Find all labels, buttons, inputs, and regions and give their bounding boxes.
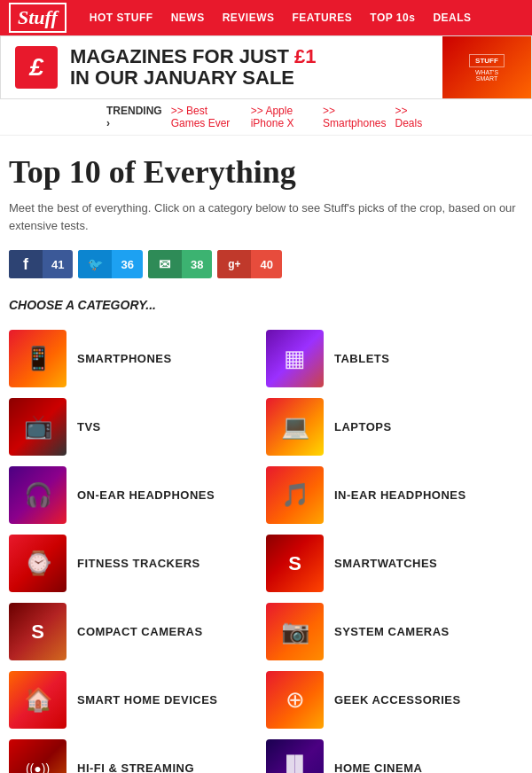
smartwatches-icon: S [288,552,301,575]
category-item-compact[interactable]: S COMPACT CAMERAS [9,597,266,666]
category-grid: 📱 SMARTPHONES ▦ TABLETS 📺 TVS 💻 LAPTOPS [9,324,523,773]
logo[interactable]: Stuff [9,3,66,33]
googleplus-count: 40 [251,250,281,278]
category-thumb-inear: 🎵 [266,466,324,524]
category-item-inear[interactable]: 🎵 IN-EAR HEADPHONES [266,461,523,529]
category-label-smartphones: SMARTPHONES [77,352,172,365]
category-thumb-laptops: 💻 [266,398,324,456]
category-thumb-smartphones: 📱 [9,330,66,387]
trending-link-deals[interactable]: >> Deals [395,105,426,129]
twitter-share-button[interactable]: 🐦 36 [78,250,142,278]
nav-hotstuff[interactable]: HOT STUFF [81,12,162,24]
category-item-hifi[interactable]: ((●)) HI-FI & STREAMING [9,734,266,773]
category-label-tvs: TVS [77,420,101,433]
category-item-laptops[interactable]: 💻 LAPTOPS [266,393,523,461]
category-thumb-smartwatches: S [266,535,324,592]
navigation: Stuff HOT STUFF NEWS REVIEWS FEATURES TO… [0,0,532,35]
homecinema-icon: ▐▌ [278,754,311,773]
nav-top10s[interactable]: TOP 10s [361,12,424,24]
category-item-smarthome[interactable]: 🏠 SMART HOME DEVICES [9,666,266,734]
category-label-smarthome: SMART HOME DEVICES [77,693,218,707]
page-title: Top 10 of Everything [9,153,523,191]
category-thumb-fitness: ⌚ [9,535,66,592]
nav-features[interactable]: FEATURES [284,12,362,24]
category-item-fitness[interactable]: ⌚ FITNESS TRACKERS [9,529,266,597]
category-item-onear[interactable]: 🎧 ON-EAR HEADPHONES [9,461,266,529]
category-thumb-smarthome: 🏠 [9,671,66,729]
category-label-laptops: LAPTOPS [334,420,392,433]
trending-link-iphone[interactable]: >> Apple iPhone X [251,105,314,129]
inear-icon: 🎵 [281,481,309,509]
banner-left: £ MAGAZINES FOR JUST £1IN OUR JANUARY SA… [1,39,442,96]
banner-image: STUFF WHAT'SSMART [442,35,531,99]
category-item-tablets[interactable]: ▦ TABLETS [266,324,523,393]
facebook-share-button[interactable]: f 41 [9,250,73,278]
category-label-homecinema: HOME CINEMA [334,761,422,773]
email-count: 38 [182,250,212,278]
nav-deals[interactable]: DEALS [424,12,480,24]
facebook-count: 41 [43,250,73,278]
category-thumb-system: 📷 [266,603,324,660]
category-thumb-onear: 🎧 [9,466,66,524]
tvs-icon: 📺 [24,413,52,441]
trending-link-smartphones[interactable]: >> Smartphones [323,105,386,129]
twitter-icon: 🐦 [78,250,112,278]
category-label-hifi: HI-FI & STREAMING [77,761,194,773]
facebook-icon: f [9,250,43,278]
category-label-geek: GEEK ACCESSORIES [334,693,461,707]
nav-reviews[interactable]: REVIEWS [214,12,284,24]
category-label-smartwatches: SMARTWATCHES [334,557,437,570]
banner-pound-icon: £ [15,46,58,89]
page-description: Meet the best of everything. Click on a … [9,199,523,234]
choose-category-label: CHOOSE A CATEGORY... [9,298,523,312]
twitter-count: 36 [112,250,142,278]
social-share-bar: f 41 🐦 36 ✉ 38 g+ 40 [9,250,523,278]
smartphones-icon: 📱 [24,345,52,372]
geek-icon: ⊕ [286,686,305,714]
category-item-homecinema[interactable]: ▐▌ HOME CINEMA [266,734,523,773]
category-item-tvs[interactable]: 📺 TVS [9,393,266,461]
category-item-geek[interactable]: ⊕ GEEK ACCESSORIES [266,666,523,734]
trending-bar: TRENDING › >> Best Games Ever >> Apple i… [0,99,532,136]
tablets-icon: ▦ [284,345,306,372]
onear-icon: 🎧 [24,481,52,509]
category-label-system: SYSTEM CAMERAS [334,625,450,638]
category-item-system[interactable]: 📷 SYSTEM CAMERAS [266,597,523,666]
system-icon: 📷 [281,618,309,645]
category-label-tablets: TABLETS [334,352,389,365]
googleplus-share-button[interactable]: g+ 40 [217,250,281,278]
googleplus-icon: g+ [217,250,251,278]
category-thumb-homecinema: ▐▌ [266,739,324,773]
category-label-inear: IN-EAR HEADPHONES [334,488,466,502]
category-thumb-geek: ⊕ [266,671,324,729]
nav-links: HOT STUFF NEWS REVIEWS FEATURES TOP 10s … [81,12,481,24]
category-label-fitness: FITNESS TRACKERS [77,557,200,570]
category-item-smartphones[interactable]: 📱 SMARTPHONES [9,324,266,393]
category-thumb-hifi: ((●)) [9,739,66,773]
nav-news[interactable]: NEWS [162,12,214,24]
category-label-compact: COMPACT CAMERAS [77,625,203,638]
trending-label: TRENDING › [106,105,162,129]
smarthome-icon: 🏠 [24,686,52,714]
compact-icon: S [31,621,44,644]
category-thumb-tablets: ▦ [266,330,324,387]
category-thumb-tvs: 📺 [9,398,66,456]
banner-text: MAGAZINES FOR JUST £1IN OUR JANUARY SALE [70,46,317,89]
laptops-icon: 💻 [281,413,309,441]
trending-link-bestgames[interactable]: >> Best Games Ever [171,105,242,129]
email-icon: ✉ [148,250,182,278]
category-label-onear: ON-EAR HEADPHONES [77,488,215,502]
hifi-icon: ((●)) [26,761,50,774]
category-item-smartwatches[interactable]: S SMARTWATCHES [266,529,523,597]
main-content: Top 10 of Everything Meet the best of ev… [0,153,532,773]
email-share-button[interactable]: ✉ 38 [148,250,212,278]
banner-ad[interactable]: £ MAGAZINES FOR JUST £1IN OUR JANUARY SA… [0,35,532,99]
category-thumb-compact: S [9,603,66,660]
fitness-icon: ⌚ [24,550,52,577]
